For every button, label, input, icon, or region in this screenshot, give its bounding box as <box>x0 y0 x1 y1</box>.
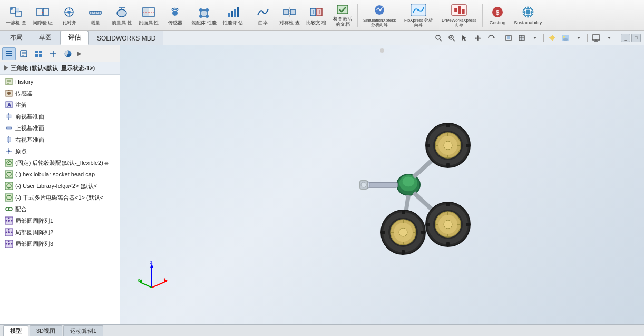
scene-icon[interactable] <box>560 32 571 44</box>
rotate-icon[interactable] <box>485 32 497 44</box>
tree-item-fitting[interactable]: 配合 <box>0 203 120 215</box>
tree-item-origin[interactable]: 原点 <box>0 145 120 157</box>
tool-label-hole: 孔对齐 <box>62 21 76 26</box>
top-plane-icon <box>4 123 14 133</box>
svg-rect-33 <box>234 9 236 17</box>
tool-hole-align[interactable]: 孔对齐 <box>56 2 82 28</box>
tool-mass-property[interactable]: 质量属 性 <box>109 2 135 28</box>
chevron-down-icon[interactable] <box>529 32 541 44</box>
tab-motion[interactable]: 运动算例1 <box>63 325 103 336</box>
tree-item-local-pattern2[interactable]: 局部圆周阵列2 <box>0 226 120 238</box>
tabs-row: 布局 草图 评估 SOLIDWORKS MBD <box>0 31 163 45</box>
tab-solidworks-mbd[interactable]: SOLIDWORKS MBD <box>89 32 163 45</box>
tool-simulation-xpress[interactable]: SimulationXpress 分析向导 <box>360 2 399 28</box>
tab-model[interactable]: 模型 <box>3 325 28 336</box>
front-plane-label: 前视基准面 <box>15 113 44 121</box>
monitor-icon[interactable] <box>590 32 602 44</box>
svg-line-58 <box>453 39 455 41</box>
select-icon[interactable] <box>459 32 471 44</box>
tool-compare-docs[interactable]: 比较文 档 <box>304 2 329 28</box>
dry-multi-icon <box>4 193 14 202</box>
tool-interference-check[interactable]: 干涉检 查 <box>3 2 29 28</box>
svg-rect-119 <box>5 194 13 201</box>
tree-item-right-plane[interactable]: 右视基准面 <box>0 134 120 145</box>
mass-property-icon <box>113 5 130 19</box>
svg-point-29 <box>199 15 202 18</box>
svg-point-125 <box>8 220 10 222</box>
tool-measure[interactable]: 测量 <box>83 2 108 28</box>
tool-assembly[interactable]: 装配体 性能 <box>189 2 219 28</box>
dimensions-manager-btn[interactable] <box>46 47 60 60</box>
lighting-icon[interactable] <box>547 32 558 44</box>
tool-clearance-verify[interactable]: 间隙验 证 <box>30 2 56 28</box>
tool-label-cross-section: 剖面属 性 <box>139 21 159 26</box>
monitor-chevron-icon[interactable] <box>603 32 615 44</box>
zoom-to-fit-icon[interactable] <box>433 32 444 44</box>
coordinate-axes: x y z <box>136 261 168 293</box>
pan-icon[interactable] <box>472 32 484 44</box>
user-library-label: (-) User Library-felga<2> (默认< <box>15 182 97 190</box>
tool-performance[interactable]: 性能评 估 <box>220 2 246 28</box>
tab-layout[interactable]: 布局 <box>2 31 31 45</box>
sensor-tree-icon <box>4 88 14 98</box>
display-style-icon[interactable] <box>516 32 528 44</box>
tool-sustainability[interactable]: Sustainability <box>511 2 544 28</box>
svg-rect-78 <box>592 35 600 40</box>
view-chevron-icon[interactable] <box>573 32 584 44</box>
sustainability-icon <box>520 5 536 19</box>
dry-multi-label: (-) 干式多片电磁离合器<1> (默认< <box>15 194 103 202</box>
fixed-marker: ◈ <box>104 160 109 166</box>
tool-cross-section[interactable]: 剖面属 性 <box>136 2 162 28</box>
tool-label-costing: Costing <box>490 21 506 26</box>
tool-costing[interactable]: $ Costing <box>485 2 510 28</box>
config-manager-btn[interactable] <box>32 47 45 60</box>
svg-rect-160 <box>466 144 470 147</box>
tab-sketch[interactable]: 草图 <box>31 31 60 45</box>
tool-check-activate[interactable]: 检查激活的文档 <box>330 2 355 28</box>
minimize-button[interactable]: _ <box>621 34 630 42</box>
svg-rect-83 <box>6 53 12 54</box>
tree-item-annotation[interactable]: A 注解 <box>0 99 120 111</box>
local-pattern1-icon <box>4 216 14 225</box>
origin-label: 原点 <box>15 147 27 155</box>
restore-button[interactable]: □ <box>631 34 641 42</box>
svg-point-75 <box>563 38 568 41</box>
interference-check-icon <box>7 5 24 19</box>
svg-rect-171 <box>446 202 450 206</box>
3d-viewport[interactable]: x y z <box>120 45 644 324</box>
panel-toolbar: ▶ <box>0 45 120 62</box>
tree-item-dry-multi[interactable]: (-) 干式多片电磁离合器<1> (默认< <box>0 192 120 203</box>
tab-3d-view[interactable]: 3D视图 <box>30 325 62 336</box>
tree-item-sensor[interactable]: 传感器 <box>0 87 120 99</box>
tool-symmetry-check[interactable]: 对称检 查 <box>277 2 303 28</box>
tree-item-user-library[interactable]: (-) User Library-felga<2> (默认< <box>0 180 120 192</box>
property-manager-btn[interactable] <box>17 47 31 60</box>
tree-item-history[interactable]: History <box>0 76 120 87</box>
tab-evaluate[interactable]: 评估 <box>60 31 89 45</box>
tool-label-performance: 性能评 估 <box>223 21 243 26</box>
svg-rect-174 <box>466 223 470 226</box>
tree-item-local-pattern3[interactable]: 局部圆周阵列3 <box>0 238 120 250</box>
tool-label-flow: FloXpress 分析向导 <box>403 18 434 28</box>
tree-item-fixed-assembly[interactable]: (固定) 后轮毂装配(默认-_flexible2) ◈ <box>0 157 120 169</box>
pie-chart-manager-btn[interactable] <box>61 47 75 60</box>
svg-rect-36 <box>284 9 288 15</box>
tool-flow-xpress[interactable]: FloXpress 分析向导 <box>400 2 437 28</box>
annotation-icon: A <box>4 100 14 110</box>
tool-driveworks-xpress[interactable]: DriveWorksXpress 向导 <box>438 2 480 28</box>
svg-rect-109 <box>7 137 11 142</box>
view-orient-icon[interactable] <box>503 32 514 44</box>
tree-item-front-plane[interactable]: 前视基准面 <box>0 111 120 122</box>
tool-label-assembly: 装配体 性能 <box>191 21 217 26</box>
svg-rect-32 <box>231 11 233 17</box>
svg-rect-172 <box>446 242 450 246</box>
tree-item-top-plane[interactable]: 上视基准面 <box>0 122 120 134</box>
tool-curvature[interactable]: 曲率 <box>250 2 276 28</box>
tree-item-hex-lobular[interactable]: (-) hex lobular socket head cap <box>0 169 120 180</box>
zoom-in-icon[interactable] <box>446 32 457 44</box>
feature-manager-btn[interactable] <box>2 47 16 60</box>
panel-tools-more-arrow[interactable]: ▶ <box>76 47 83 60</box>
tool-sensor[interactable]: 传感器 <box>162 2 188 28</box>
svg-rect-82 <box>6 51 12 52</box>
tree-item-local-pattern1[interactable]: 局部圆周阵列1 <box>0 215 120 226</box>
